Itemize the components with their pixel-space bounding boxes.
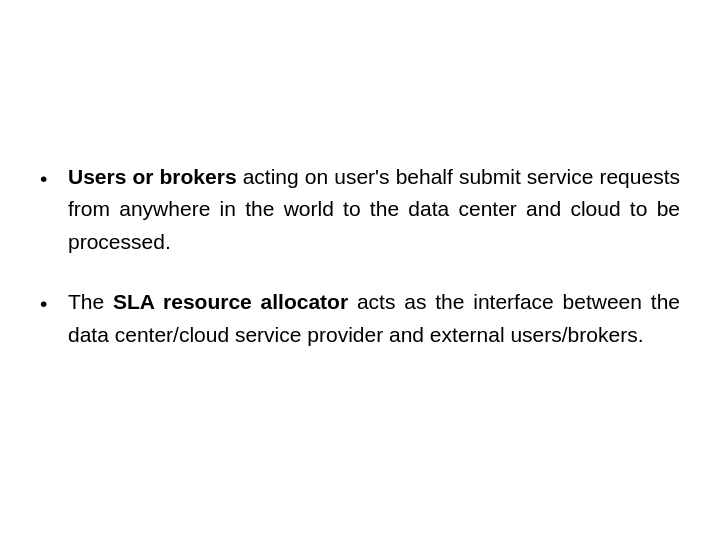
bullet-list: • Users or brokers acting on user's beha… — [40, 161, 680, 352]
bullet-1-text: Users or brokers acting on user's behalf… — [68, 161, 680, 259]
bullet-2-text: The SLA resource allocator acts as the i… — [68, 286, 680, 351]
bold-label-2: SLA resource allocator — [113, 290, 348, 313]
normal-text-2a: The — [68, 290, 113, 313]
bullet-dot-2: • — [40, 288, 68, 321]
list-item: • The SLA resource allocator acts as the… — [40, 286, 680, 351]
content-area: • Users or brokers acting on user's beha… — [30, 141, 690, 400]
bullet-dot: • — [40, 163, 68, 196]
bold-label-1: Users or brokers — [68, 165, 237, 188]
list-item: • Users or brokers acting on user's beha… — [40, 161, 680, 259]
